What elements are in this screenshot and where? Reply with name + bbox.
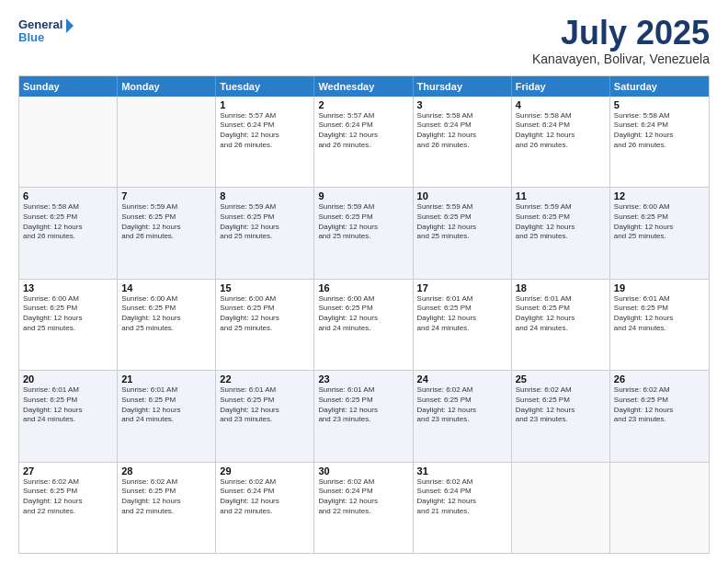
day-number: 9 (318, 190, 408, 201)
day-number: 18 (516, 282, 606, 293)
day-cell-6: 6Sunrise: 5:58 AM Sunset: 6:25 PM Daylig… (19, 188, 118, 278)
day-number: 19 (614, 282, 705, 293)
day-number: 2 (318, 99, 408, 110)
page: General Blue July 2025 Kanavayen, Boliva… (0, 0, 728, 563)
day-info: Sunrise: 6:02 AM Sunset: 6:24 PM Dayligh… (220, 477, 310, 517)
day-info: Sunrise: 6:00 AM Sunset: 6:25 PM Dayligh… (614, 202, 705, 242)
main-title: July 2025 (532, 15, 710, 52)
empty-cell (512, 463, 610, 553)
day-number: 8 (220, 190, 310, 201)
day-info: Sunrise: 5:57 AM Sunset: 6:24 PM Dayligh… (220, 111, 310, 151)
subtitle: Kanavayen, Bolivar, Venezuela (532, 52, 710, 66)
empty-cell (19, 97, 118, 187)
day-number: 1 (220, 99, 310, 110)
header-cell-saturday: Saturday (610, 76, 709, 97)
calendar-row-4: 27Sunrise: 6:02 AM Sunset: 6:25 PM Dayli… (19, 462, 709, 553)
day-info: Sunrise: 6:02 AM Sunset: 6:25 PM Dayligh… (121, 477, 211, 517)
day-info: Sunrise: 6:02 AM Sunset: 6:24 PM Dayligh… (417, 477, 507, 517)
day-info: Sunrise: 6:02 AM Sunset: 6:25 PM Dayligh… (23, 477, 113, 517)
day-info: Sunrise: 5:59 AM Sunset: 6:25 PM Dayligh… (220, 202, 310, 242)
day-cell-7: 7Sunrise: 5:59 AM Sunset: 6:25 PM Daylig… (118, 188, 216, 278)
day-info: Sunrise: 6:01 AM Sunset: 6:25 PM Dayligh… (516, 294, 606, 334)
day-number: 15 (220, 282, 310, 293)
day-cell-5: 5Sunrise: 5:58 AM Sunset: 6:24 PM Daylig… (610, 97, 709, 187)
day-cell-2: 2Sunrise: 5:57 AM Sunset: 6:24 PM Daylig… (314, 97, 413, 187)
calendar-header: SundayMondayTuesdayWednesdayThursdayFrid… (19, 76, 709, 97)
day-number: 17 (417, 282, 507, 293)
day-cell-31: 31Sunrise: 6:02 AM Sunset: 6:24 PM Dayli… (414, 463, 512, 553)
day-number: 16 (318, 282, 408, 293)
day-info: Sunrise: 6:00 AM Sunset: 6:25 PM Dayligh… (23, 294, 113, 334)
day-number: 6 (23, 190, 113, 201)
day-number: 29 (220, 465, 310, 477)
day-number: 28 (121, 465, 211, 477)
day-number: 7 (121, 190, 211, 201)
logo-svg: General Blue (18, 15, 74, 48)
day-info: Sunrise: 5:58 AM Sunset: 6:24 PM Dayligh… (614, 111, 705, 151)
day-cell-21: 21Sunrise: 6:01 AM Sunset: 6:25 PM Dayli… (118, 371, 216, 461)
header-cell-monday: Monday (118, 76, 216, 97)
header: General Blue July 2025 Kanavayen, Boliva… (18, 15, 710, 66)
day-number: 20 (23, 373, 113, 385)
day-info: Sunrise: 6:00 AM Sunset: 6:25 PM Dayligh… (318, 294, 408, 334)
svg-marker-2 (66, 18, 74, 33)
title-block: July 2025 Kanavayen, Bolivar, Venezuela (532, 15, 710, 66)
day-info: Sunrise: 5:59 AM Sunset: 6:25 PM Dayligh… (318, 202, 408, 242)
day-cell-10: 10Sunrise: 5:59 AM Sunset: 6:25 PM Dayli… (414, 188, 512, 278)
calendar-row-1: 6Sunrise: 5:58 AM Sunset: 6:25 PM Daylig… (19, 187, 709, 278)
day-number: 10 (417, 190, 507, 201)
day-cell-1: 1Sunrise: 5:57 AM Sunset: 6:24 PM Daylig… (216, 97, 314, 187)
day-cell-28: 28Sunrise: 6:02 AM Sunset: 6:25 PM Dayli… (118, 463, 216, 553)
calendar: SundayMondayTuesdayWednesdayThursdayFrid… (18, 75, 710, 554)
day-cell-19: 19Sunrise: 6:01 AM Sunset: 6:25 PM Dayli… (610, 280, 709, 370)
day-number: 4 (516, 99, 606, 110)
day-info: Sunrise: 6:01 AM Sunset: 6:25 PM Dayligh… (318, 385, 408, 425)
day-number: 27 (23, 465, 113, 477)
day-info: Sunrise: 6:00 AM Sunset: 6:25 PM Dayligh… (220, 294, 310, 334)
day-info: Sunrise: 6:01 AM Sunset: 6:25 PM Dayligh… (23, 385, 113, 425)
day-cell-26: 26Sunrise: 6:02 AM Sunset: 6:25 PM Dayli… (610, 371, 709, 461)
day-number: 12 (614, 190, 705, 201)
logo: General Blue (18, 15, 74, 48)
day-number: 11 (516, 190, 606, 201)
day-number: 25 (516, 373, 606, 385)
day-cell-23: 23Sunrise: 6:01 AM Sunset: 6:25 PM Dayli… (314, 371, 413, 461)
day-cell-9: 9Sunrise: 5:59 AM Sunset: 6:25 PM Daylig… (314, 188, 413, 278)
header-cell-thursday: Thursday (414, 76, 512, 97)
day-info: Sunrise: 5:58 AM Sunset: 6:25 PM Dayligh… (23, 202, 113, 242)
day-cell-17: 17Sunrise: 6:01 AM Sunset: 6:25 PM Dayli… (414, 280, 512, 370)
svg-text:Blue: Blue (18, 30, 44, 44)
day-info: Sunrise: 6:00 AM Sunset: 6:25 PM Dayligh… (121, 294, 211, 334)
day-cell-16: 16Sunrise: 6:00 AM Sunset: 6:25 PM Dayli… (314, 280, 413, 370)
day-number: 21 (121, 373, 211, 385)
day-number: 23 (318, 373, 408, 385)
day-number: 31 (417, 465, 507, 477)
day-number: 14 (121, 282, 211, 293)
day-info: Sunrise: 5:58 AM Sunset: 6:24 PM Dayligh… (417, 111, 507, 151)
header-cell-tuesday: Tuesday (216, 76, 314, 97)
day-info: Sunrise: 6:02 AM Sunset: 6:25 PM Dayligh… (417, 385, 507, 425)
day-cell-30: 30Sunrise: 6:02 AM Sunset: 6:24 PM Dayli… (314, 463, 413, 553)
empty-cell (610, 463, 709, 553)
day-info: Sunrise: 6:02 AM Sunset: 6:25 PM Dayligh… (614, 385, 705, 425)
day-number: 30 (318, 465, 408, 477)
header-cell-sunday: Sunday (19, 76, 118, 97)
day-info: Sunrise: 6:02 AM Sunset: 6:24 PM Dayligh… (318, 477, 408, 517)
day-info: Sunrise: 5:59 AM Sunset: 6:25 PM Dayligh… (121, 202, 211, 242)
day-cell-8: 8Sunrise: 5:59 AM Sunset: 6:25 PM Daylig… (216, 188, 314, 278)
day-number: 22 (220, 373, 310, 385)
day-cell-12: 12Sunrise: 6:00 AM Sunset: 6:25 PM Dayli… (610, 188, 709, 278)
day-info: Sunrise: 6:02 AM Sunset: 6:25 PM Dayligh… (516, 385, 606, 425)
day-number: 3 (417, 99, 507, 110)
day-cell-11: 11Sunrise: 5:59 AM Sunset: 6:25 PM Dayli… (512, 188, 610, 278)
day-info: Sunrise: 6:01 AM Sunset: 6:25 PM Dayligh… (417, 294, 507, 334)
day-info: Sunrise: 6:01 AM Sunset: 6:25 PM Dayligh… (220, 385, 310, 425)
day-cell-15: 15Sunrise: 6:00 AM Sunset: 6:25 PM Dayli… (216, 280, 314, 370)
day-info: Sunrise: 5:59 AM Sunset: 6:25 PM Dayligh… (516, 202, 606, 242)
day-cell-18: 18Sunrise: 6:01 AM Sunset: 6:25 PM Dayli… (512, 280, 610, 370)
calendar-body: 1Sunrise: 5:57 AM Sunset: 6:24 PM Daylig… (19, 97, 709, 553)
header-cell-friday: Friday (512, 76, 610, 97)
calendar-row-3: 20Sunrise: 6:01 AM Sunset: 6:25 PM Dayli… (19, 370, 709, 461)
day-number: 13 (23, 282, 113, 293)
day-cell-13: 13Sunrise: 6:00 AM Sunset: 6:25 PM Dayli… (19, 280, 118, 370)
